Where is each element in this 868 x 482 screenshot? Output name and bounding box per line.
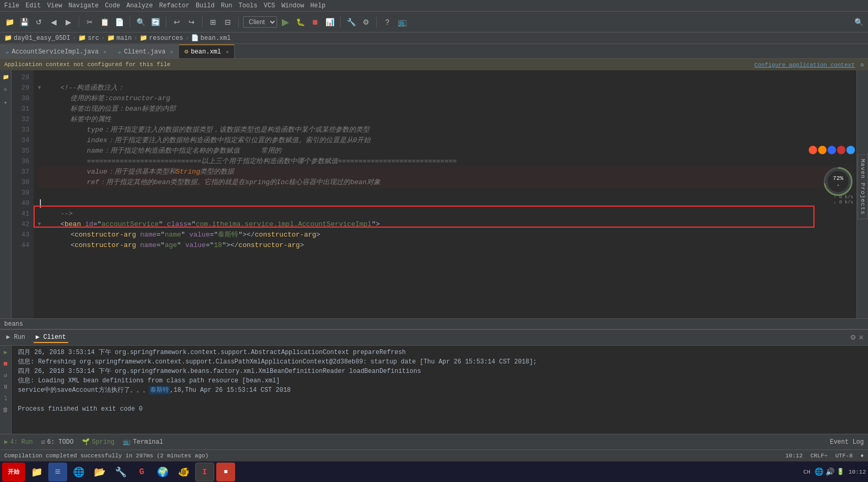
separator7 [376,17,377,27]
line-ending[interactable]: CRLF÷ [810,453,828,459]
bottom-terminal-tab[interactable]: 📺 Terminal [123,438,163,446]
redo-btn[interactable]: ↪ [185,16,198,28]
browser-icon-2[interactable] [818,146,827,154]
menu-view[interactable]: View [47,2,62,9]
browser-icon-4[interactable] [837,146,845,154]
fold-arrow-42[interactable]: ▼ [38,219,44,230]
console-tab-run[interactable]: ▶ Run [4,332,27,343]
configure-link[interactable]: Configure application context ⚙ [754,61,864,68]
stop-btn[interactable]: ⏹ [309,16,321,28]
breadcrumb-src[interactable]: 📁 src [78,34,99,42]
terminal-btn[interactable]: 📺 [396,16,408,28]
code-line-39 [38,188,852,198]
event-log-btn[interactable]: Event Log [830,438,864,446]
taskbar-files[interactable]: 📂 [90,463,109,481]
console-tab-client[interactable]: ▶ Client [34,332,68,343]
browser-icons [809,146,855,154]
back-btn[interactable]: ◀ [47,16,60,28]
menu-navigate[interactable]: Navigate [68,2,99,9]
favorites-icon[interactable]: ★ [1,98,10,107]
console-settings-icon[interactable]: ⚙ [851,332,856,342]
browser-icon-5[interactable] [846,146,855,154]
taskbar-idea[interactable]: I [195,463,214,481]
taskbar-lang[interactable]: CH [803,469,810,475]
taskbar: 开始 📁 ≡ 🌐 📂 🔧 G 🌍 🐠 I ■ CH 🌐 🔊 🔋 10:12 [0,461,868,482]
close-client-btn[interactable]: ✕ [170,49,173,55]
help-btn[interactable]: ? [381,16,394,28]
undo-btn[interactable]: ↩ [171,16,183,28]
restart-btn[interactable]: ↺ [1,371,10,380]
cursor-position[interactable]: 10:12 [786,453,803,459]
menu-refactor[interactable]: Refactor [159,2,189,9]
menu-edit[interactable]: Edit [26,2,41,9]
configure-link-text[interactable]: Configure application context [754,62,854,68]
hierarchy-btn[interactable]: ⊟ [221,16,234,28]
menu-vcs[interactable]: VCS [264,2,276,9]
clear-btn[interactable]: 🗑 [1,405,10,415]
start-button[interactable]: 开始 [2,463,25,481]
vcs-btn[interactable]: 🔧 [345,16,357,28]
run-btn[interactable]: ▶ [279,16,292,28]
fold-arrow-29[interactable]: ▼ [38,83,44,93]
taskbar-tools[interactable]: 🔧 [111,463,130,481]
maven-projects-tab[interactable]: Maven Projects [858,154,868,219]
tab-beanxml[interactable]: ⚙ bean.xml ✕ [179,45,235,58]
browser-icon-1[interactable] [809,146,817,154]
replace-btn[interactable]: 🔄 [149,16,162,28]
search-btn[interactable]: 🔍 [134,16,147,28]
run-config-dropdown[interactable]: Client [243,16,277,28]
project-icon[interactable]: 📁 [1,72,10,82]
menu-analyze[interactable]: Analyze [126,2,153,9]
copy-btn[interactable]: 📋 [98,16,111,28]
taskbar-chrome[interactable]: 🌍 [153,463,172,481]
breadcrumb-project[interactable]: 📁 day01_easy_05DI [4,34,70,42]
menu-window[interactable]: Window [281,2,304,9]
browser-icon-3[interactable] [828,146,836,154]
tab-client[interactable]: ☕ Client.java ✕ [112,45,179,58]
bottom-todo-tab[interactable]: ☑ 6: TODO [41,438,73,446]
stop-console-btn[interactable]: ⏹ [1,359,10,369]
code-line-32: 标签中的属性 [38,114,852,125]
search-everywhere-btn[interactable]: 🔍 [852,16,865,28]
taskbar-app2[interactable]: ■ [216,463,235,481]
breadcrumb-main[interactable]: 📁 main [107,34,132,42]
console-close-icon[interactable]: ✕ [859,332,864,342]
taskbar-fish[interactable]: 🐠 [174,463,193,481]
settings-btn[interactable]: ⚙ [359,16,372,28]
coverage-btn[interactable]: 📊 [323,16,336,28]
svg-point-2 [828,171,849,192]
tab-accountserviceimpl[interactable]: ☕ AccountServiceImpl.java ✕ [0,45,112,58]
step-btn[interactable]: ⤵ [1,394,10,403]
code-editor[interactable]: ▼ <!--构造函数注入： 使用的标签:constructor-arg 标签出现… [34,70,856,318]
taskbar-browser1[interactable]: 🌐 [69,463,88,481]
open-folder-btn[interactable]: 📁 [3,16,16,28]
menu-build[interactable]: Build [196,2,215,9]
encoding[interactable]: UTF-8 [835,453,853,459]
close-accountserviceimpl-btn[interactable]: ✕ [103,49,107,55]
taskbar-google[interactable]: G [132,463,151,481]
configure-gear-icon[interactable]: ⚙ [860,62,864,68]
menu-code[interactable]: Code [105,2,120,9]
cut-btn[interactable]: ✂ [83,16,96,28]
structure-btn[interactable]: ⊞ [207,16,219,28]
pause-btn[interactable]: ⏸ [1,382,10,392]
debug-btn[interactable]: 🐛 [294,16,306,28]
breadcrumb-beanxml[interactable]: 📄 bean.xml [191,34,231,42]
menu-tools[interactable]: Tools [239,2,258,9]
run-play-btn[interactable]: ▶ [1,348,10,357]
structure-icon[interactable]: ≡ [1,85,10,94]
refresh-btn[interactable]: ↺ [33,16,45,28]
menu-file[interactable]: File [4,2,19,9]
bottom-run-tab[interactable]: ▶ 4: Run [4,438,33,446]
close-beanxml-btn[interactable]: ✕ [226,49,229,55]
taskbar-filemanager[interactable]: 📁 [27,463,46,481]
paste-btn[interactable]: 📄 [113,16,125,28]
taskbar-stack[interactable]: ≡ [48,463,67,481]
breadcrumb-resources[interactable]: 📁 resources [140,34,183,42]
bottom-spring-tab[interactable]: 🌱 Spring [82,438,114,446]
console-panel: ▶ Run ▶ Client ⚙ ✕ ▶ ⏹ ↺ ⏸ ⤵ 🗑 [0,329,868,434]
menu-help[interactable]: Help [310,2,325,9]
menu-run[interactable]: Run [221,2,232,9]
forward-btn[interactable]: ▶ [62,16,75,28]
save-btn[interactable]: 💾 [18,16,30,28]
